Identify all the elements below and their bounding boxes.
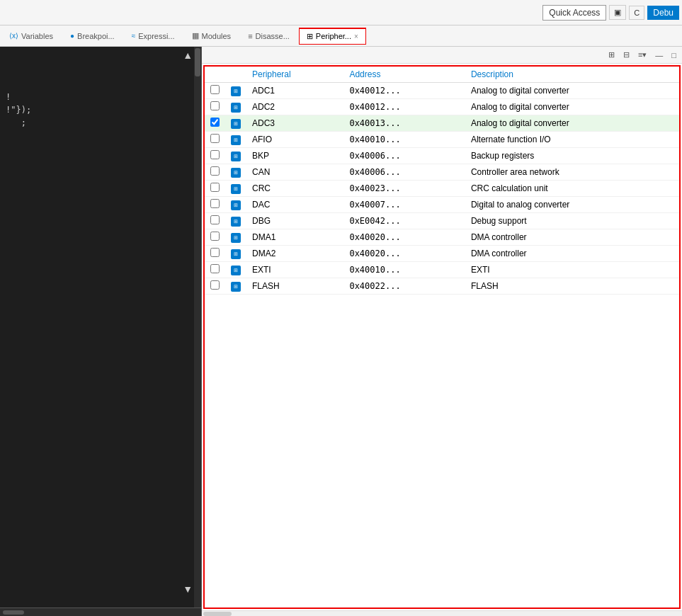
col-description[interactable]: Description <box>465 67 679 83</box>
peripheral-name[interactable]: AFIO <box>246 132 343 148</box>
col-peripheral[interactable]: Peripheral <box>246 67 343 83</box>
peripheral-icon-cell: ⊞ <box>225 262 246 278</box>
peripheral-row[interactable]: ⊞ DMA2 0x40020... DMA controller <box>205 246 679 262</box>
peripheral-checkbox-cell[interactable] <box>205 115 225 132</box>
peripheral-row[interactable]: ⊞ BKP 0x40006... Backup registers <box>205 148 679 164</box>
scroll-down-arrow[interactable]: ▼ <box>183 583 193 595</box>
peripheral-checkbox-cell[interactable] <box>205 132 225 148</box>
minimize-btn[interactable]: — <box>652 50 666 61</box>
code-line-2: ! <box>6 91 195 103</box>
peripheral-checkbox[interactable] <box>210 118 220 127</box>
peripheral-icon-cell: ⊞ <box>225 148 246 164</box>
maximize-btn[interactable]: □ <box>669 50 679 61</box>
peripheral-checkbox-cell[interactable] <box>205 262 225 278</box>
scroll-up-arrow[interactable]: ▲ <box>183 50 193 61</box>
peripheral-checkbox[interactable] <box>210 248 220 257</box>
peripheral-checkbox-cell[interactable] <box>205 164 225 181</box>
tab-variables[interactable]: ⟨x⟩ Variables <box>1 28 61 44</box>
peripheral-row[interactable]: ⊞ DMA1 0x40020... DMA controller <box>205 229 679 246</box>
peripheral-checkbox-cell[interactable] <box>205 246 225 262</box>
tab-modules[interactable]: ▦ Modules <box>184 28 239 44</box>
peripheral-checkbox[interactable] <box>210 183 220 192</box>
peripheral-checkbox-cell[interactable] <box>205 278 225 295</box>
peripheral-row[interactable]: ⊞ CAN 0x40006... Controller area network <box>205 164 679 181</box>
peripheral-checkbox-cell[interactable] <box>205 99 225 115</box>
tab-peripherals[interactable]: ⊞ Peripher... × <box>299 28 366 45</box>
peripheral-checkbox-cell[interactable] <box>205 83 225 99</box>
chip-icon: ⊞ <box>231 233 241 243</box>
peripheral-name[interactable]: DMA1 <box>246 229 343 246</box>
peripheral-name[interactable]: DAC <box>246 197 343 213</box>
peripheral-checkbox[interactable] <box>210 85 220 94</box>
tab-disassemble[interactable]: ≡ Disasse... <box>240 28 297 44</box>
peripheral-name[interactable]: EXTI <box>246 262 343 278</box>
peripheral-row[interactable]: ⊞ FLASH 0x40022... FLASH <box>205 278 679 295</box>
peripheral-icon-cell: ⊞ <box>225 99 246 115</box>
peripheral-checkbox[interactable] <box>210 150 220 159</box>
peripheral-icon-cell: ⊞ <box>225 197 246 213</box>
peripheral-checkbox-cell[interactable] <box>205 213 225 229</box>
tab-breakpoints[interactable]: ● Breakpoi... <box>62 28 123 44</box>
peripheral-address: 0x40023... <box>343 181 465 197</box>
peripheral-row[interactable]: ⊞ DAC 0x40007... Digital to analog conve… <box>205 197 679 213</box>
peripheral-description: Debug support <box>465 213 679 229</box>
v-scrollbar-left[interactable] <box>194 47 201 608</box>
peripheral-checkbox[interactable] <box>210 134 220 143</box>
peripheral-icon-cell: ⊞ <box>225 115 246 132</box>
peripheral-checkbox[interactable] <box>210 215 220 224</box>
peripheral-name[interactable]: CAN <box>246 164 343 181</box>
peripheral-name[interactable]: ADC2 <box>246 99 343 115</box>
view-btn[interactable]: ≡▾ <box>635 49 649 61</box>
quick-access-button[interactable]: Quick Access <box>542 5 606 21</box>
toolbar-icon-2[interactable]: C <box>629 6 644 20</box>
peripheral-address: 0x40010... <box>343 262 465 278</box>
peripheral-checkbox[interactable] <box>210 199 220 208</box>
peripheral-icon-cell: ⊞ <box>225 132 246 148</box>
chip-icon: ⊞ <box>231 249 241 259</box>
peripheral-name[interactable]: DMA2 <box>246 246 343 262</box>
peripheral-checkbox[interactable] <box>210 232 220 241</box>
peripheral-description: CRC calculation unit <box>465 181 679 197</box>
debug-button[interactable]: Debu <box>647 6 679 20</box>
peripheral-icon-cell: ⊞ <box>225 246 246 262</box>
h-scrollbar-left[interactable] <box>0 608 201 616</box>
peripherals-tab-close[interactable]: × <box>354 33 358 40</box>
peripheral-name[interactable]: ADC3 <box>246 115 343 132</box>
tab-expressions[interactable]: ≈ Expressi... <box>124 28 183 44</box>
peripheral-description: FLASH <box>465 278 679 295</box>
expand-all-btn[interactable]: ⊞ <box>606 49 618 61</box>
tab-bar: ⟨x⟩ Variables ● Breakpoi... ≈ Expressi..… <box>0 25 682 47</box>
peripheral-row[interactable]: ⊞ CRC 0x40023... CRC calculation unit <box>205 181 679 197</box>
breakpoints-icon: ● <box>70 32 74 40</box>
col-address[interactable]: Address <box>343 67 465 83</box>
chip-icon: ⊞ <box>231 86 241 96</box>
peripheral-name[interactable]: DBG <box>246 213 343 229</box>
collapse-all-btn[interactable]: ⊟ <box>620 49 632 61</box>
peripheral-checkbox-cell[interactable] <box>205 197 225 213</box>
peripheral-checkbox[interactable] <box>210 166 220 176</box>
peripheral-checkbox[interactable] <box>210 101 220 110</box>
toolbar-icon-1[interactable]: ▣ <box>609 5 626 20</box>
h-scrollbar-right[interactable] <box>202 610 682 616</box>
peripheral-checkbox-cell[interactable] <box>205 148 225 164</box>
peripheral-checkbox[interactable] <box>210 264 220 273</box>
peripheral-row[interactable]: ⊞ DBG 0xE0042... Debug support <box>205 213 679 229</box>
peripheral-row[interactable]: ⊞ ADC3 0x40013... Analog to digital conv… <box>205 115 679 132</box>
chip-icon: ⊞ <box>231 184 241 194</box>
main-area: ▲ ! !"}); ; ▼ ⊞ ⊟ ≡▾ — □ <box>0 47 682 616</box>
peripheral-row[interactable]: ⊞ EXTI 0x40010... EXTI <box>205 262 679 278</box>
peripheral-address: 0x40022... <box>343 278 465 295</box>
code-editor: ! !"}); ; <box>0 47 201 616</box>
peripheral-row[interactable]: ⊞ AFIO 0x40010... Alternate function I/O <box>205 132 679 148</box>
peripheral-checkbox-cell[interactable] <box>205 229 225 246</box>
peripheral-name[interactable]: BKP <box>246 148 343 164</box>
peripheral-description: Alternate function I/O <box>465 132 679 148</box>
peripheral-checkbox[interactable] <box>210 280 220 290</box>
peripheral-name[interactable]: ADC1 <box>246 83 343 99</box>
peripheral-row[interactable]: ⊞ ADC1 0x40012... Analog to digital conv… <box>205 83 679 99</box>
peripheral-name[interactable]: FLASH <box>246 278 343 295</box>
peripheral-checkbox-cell[interactable] <box>205 181 225 197</box>
peripheral-icon-cell: ⊞ <box>225 83 246 99</box>
peripheral-row[interactable]: ⊞ ADC2 0x40012... Analog to digital conv… <box>205 99 679 115</box>
peripheral-name[interactable]: CRC <box>246 181 343 197</box>
